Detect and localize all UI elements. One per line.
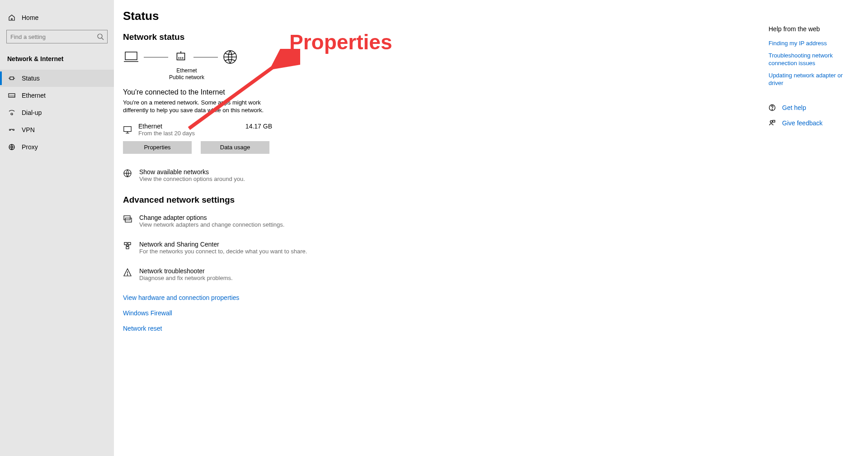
connected-title: You're connected to the Internet [123, 88, 674, 96]
give-feedback-link[interactable]: Give feedback [769, 119, 859, 127]
globe-icon [222, 49, 238, 65]
item-desc: Diagnose and fix network problems. [139, 275, 233, 281]
vpn-icon [8, 126, 15, 133]
connector-line [144, 57, 168, 57]
link-windows-firewall[interactable]: Windows Firewall [123, 309, 674, 317]
search-input[interactable] [6, 30, 108, 43]
sidebar-home-label: Home [22, 14, 38, 21]
change-adapter-options[interactable]: Change adapter options View network adap… [123, 214, 674, 228]
item-desc: View network adapters and change connect… [139, 221, 284, 228]
globe-small-icon [123, 169, 132, 178]
sidebar-item-label: Status [22, 75, 40, 82]
svg-point-10 [11, 113, 13, 115]
proxy-icon [8, 143, 15, 151]
sidebar-section-label: Network & Internet [0, 50, 114, 70]
diagram-adapter-name: Ethernet [162, 67, 212, 74]
sidebar: Home Network & Internet Status Ethernet … [0, 0, 114, 456]
connection-sub: From the last 20 days [138, 130, 195, 137]
monitor-icon [123, 125, 132, 135]
link-network-reset[interactable]: Network reset [123, 325, 674, 332]
give-feedback-label: Give feedback [782, 119, 823, 127]
sidebar-item-status[interactable]: Status [0, 70, 114, 87]
network-sharing-center[interactable]: Network and Sharing Center For the netwo… [123, 241, 674, 255]
sidebar-item-label: VPN [22, 126, 35, 133]
svg-point-12 [13, 129, 14, 131]
connection-usage: 14.17 GB [245, 123, 272, 130]
svg-point-36 [127, 275, 127, 275]
connector-line [193, 57, 218, 57]
sidebar-item-label: Proxy [22, 143, 38, 151]
search-icon [97, 33, 104, 40]
network-troubleshooter[interactable]: Network troubleshooter Diagnose and fix … [123, 267, 674, 281]
item-desc: View the connection options around you. [139, 176, 245, 182]
properties-button[interactable]: Properties [123, 141, 192, 154]
show-available-networks[interactable]: Show available networks View the connect… [123, 168, 674, 182]
item-desc: For the networks you connect to, decide … [139, 248, 307, 255]
svg-point-0 [98, 34, 102, 38]
connected-desc: You're on a metered network. Some apps m… [123, 99, 277, 114]
help-panel: Help from the web Finding my IP address … [769, 25, 859, 127]
svg-rect-30 [124, 242, 127, 245]
svg-rect-31 [128, 242, 131, 245]
item-title: Network and Sharing Center [139, 241, 307, 248]
get-help-link[interactable]: Get help [769, 104, 859, 111]
data-usage-button[interactable]: Data usage [201, 141, 269, 154]
home-icon [8, 14, 15, 21]
ethernet-icon [8, 92, 15, 99]
status-icon [8, 75, 15, 82]
network-diagram [123, 49, 674, 65]
adapter-icon [173, 50, 189, 64]
link-hardware-properties[interactable]: View hardware and connection properties [123, 294, 674, 301]
help-link-troubleshoot[interactable]: Troubleshooting network connection issue… [769, 52, 859, 67]
help-link-update-adapter[interactable]: Updating network adapter or driver [769, 72, 859, 87]
svg-rect-15 [125, 52, 137, 60]
svg-point-11 [9, 129, 11, 131]
dialup-icon [8, 109, 15, 116]
help-link-ip[interactable]: Finding my IP address [769, 40, 859, 48]
sharing-icon [123, 241, 132, 250]
main-content: Status Network status Ethernet Public ne… [123, 9, 674, 456]
svg-rect-40 [773, 120, 775, 122]
get-help-label: Get help [782, 104, 806, 111]
help-heading: Help from the web [769, 25, 859, 33]
advanced-heading: Advanced network settings [123, 195, 674, 205]
network-status-heading: Network status [123, 32, 674, 42]
page-title: Status [123, 9, 674, 23]
adapters-icon [123, 214, 132, 223]
connection-row: Ethernet From the last 20 days 14.17 GB [123, 123, 272, 137]
svg-rect-23 [124, 127, 131, 132]
item-title: Network troubleshooter [139, 267, 233, 275]
laptop-icon [123, 50, 139, 64]
sidebar-item-dialup[interactable]: Dial-up [0, 104, 114, 121]
svg-rect-2 [10, 77, 14, 80]
sidebar-home[interactable]: Home [0, 9, 114, 26]
item-title: Show available networks [139, 168, 245, 176]
sidebar-item-label: Ethernet [22, 92, 46, 99]
sidebar-item-label: Dial-up [22, 109, 42, 116]
search-wrap [6, 30, 108, 43]
sidebar-item-vpn[interactable]: VPN [0, 121, 114, 138]
svg-point-38 [772, 109, 772, 110]
feedback-icon [769, 119, 776, 127]
sidebar-item-ethernet[interactable]: Ethernet [0, 87, 114, 104]
warning-icon [123, 268, 132, 277]
connection-name: Ethernet [138, 123, 195, 130]
sidebar-item-proxy[interactable]: Proxy [0, 138, 114, 156]
svg-line-1 [102, 38, 104, 40]
diagram-network-type: Public network [162, 74, 212, 81]
svg-rect-32 [126, 247, 129, 249]
help-icon [769, 104, 776, 111]
svg-point-39 [770, 121, 773, 123]
item-title: Change adapter options [139, 214, 284, 221]
